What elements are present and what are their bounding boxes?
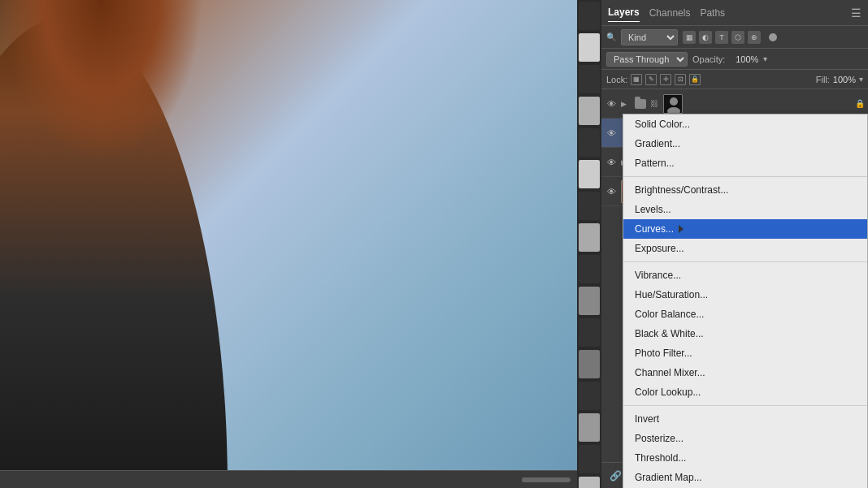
menu-item-photo-filter[interactable]: Photo Filter...	[623, 343, 867, 363]
tab-paths[interactable]: Paths	[700, 4, 725, 22]
film-cell	[579, 192, 600, 220]
panel-menu-icon[interactable]: ☰	[851, 6, 861, 19]
blend-mode-select[interactable]: Pass Through	[606, 52, 688, 67]
menu-item-gradient[interactable]: Gradient...	[623, 134, 867, 153]
hair-area	[0, 0, 203, 162]
layer-thumbnail	[663, 94, 683, 114]
film-cell	[579, 318, 600, 347]
filmstrip	[577, 0, 601, 488]
lock-row: Lock: ▦ ✎ ✛ ⊡ 🔒 Fill: 100% ▾	[601, 70, 868, 89]
canvas-image	[0, 0, 577, 488]
menu-item-vibrance[interactable]: Vibrance...	[623, 266, 867, 285]
lock-transparent-icon[interactable]: ▦	[631, 74, 642, 85]
lock-label: Lock:	[606, 75, 627, 84]
menu-item-solid-color[interactable]: Solid Color...	[623, 114, 867, 134]
lock-artboard-icon[interactable]: ⊡	[675, 74, 686, 85]
filter-toggle-dot[interactable]	[769, 33, 777, 41]
filter-type-icon[interactable]: T	[715, 31, 728, 44]
layer-lock-icon: 🔒	[855, 99, 865, 109]
menu-separator	[623, 261, 867, 262]
fill-dropdown-icon[interactable]: ▾	[859, 75, 863, 84]
menu-item-posterize[interactable]: Posterize...	[623, 429, 867, 448]
lock-paint-icon[interactable]: ✎	[645, 74, 657, 85]
film-cell	[579, 128, 600, 157]
film-cell	[579, 382, 600, 410]
layer-visibility-icon[interactable]: 👁	[605, 156, 618, 169]
layer-visibility-icon[interactable]: 👁	[605, 97, 618, 110]
film-cell	[579, 65, 600, 93]
menu-item-curves[interactable]: Curves...	[623, 219, 867, 239]
right-panel: Layers Channels Paths ☰ 🔍 Kind ▦ ◐ T ⬡ ⊕…	[577, 0, 868, 488]
opacity-value[interactable]: 100%	[730, 54, 758, 64]
panel-header: Layers Channels Paths ☰	[601, 0, 868, 26]
film-cell	[579, 350, 600, 378]
fill-label: Fill:	[816, 75, 830, 84]
menu-item-hue-saturation[interactable]: Hue/Saturation...	[623, 285, 867, 304]
film-cell	[579, 287, 600, 315]
film-cell	[579, 445, 600, 473]
menu-item-pattern[interactable]: Pattern...	[623, 153, 867, 173]
menu-item-color-lookup[interactable]: Color Lookup...	[623, 382, 867, 402]
filter-pixel-icon[interactable]: ▦	[683, 31, 696, 44]
fill-value[interactable]: 100%	[833, 75, 856, 84]
layer-visibility-icon[interactable]: 👁	[605, 185, 618, 198]
filter-icons: ▦ ◐ T ⬡ ⊕	[683, 31, 761, 44]
filter-shape-icon[interactable]: ⬡	[731, 31, 744, 44]
layers-panel: Layers Channels Paths ☰ 🔍 Kind ▦ ◐ T ⬡ ⊕…	[601, 0, 868, 488]
filter-smart-icon[interactable]: ⊕	[748, 31, 761, 44]
opacity-dropdown-icon[interactable]: ▾	[763, 54, 767, 63]
layer-group-folder-icon	[634, 97, 647, 110]
search-icon: 🔍	[606, 32, 616, 41]
canvas-bottom-bar	[0, 470, 577, 488]
film-cell	[579, 477, 600, 488]
film-cell	[579, 33, 600, 62]
kind-select[interactable]: Kind	[621, 29, 678, 45]
layer-expand-icon[interactable]: ▶	[621, 100, 631, 108]
film-cell	[579, 223, 600, 252]
lock-move-icon[interactable]: ✛	[660, 74, 671, 85]
film-cell	[579, 413, 600, 442]
adjustment-layer-dropdown: Solid Color... Gradient... Pattern... Br…	[623, 114, 868, 488]
scroll-indicator	[522, 477, 571, 482]
tab-channels[interactable]: Channels	[649, 4, 691, 22]
menu-item-gradient-map[interactable]: Gradient Map...	[623, 468, 867, 487]
opacity-label: Opacity:	[692, 54, 725, 64]
menu-item-brightness-contrast[interactable]: Brightness/Contrast...	[623, 180, 867, 200]
menu-separator	[623, 405, 867, 406]
svg-point-1	[667, 107, 680, 114]
canvas-area	[0, 0, 577, 488]
film-cell	[579, 97, 600, 125]
menu-item-invert[interactable]: Invert	[623, 409, 867, 429]
blend-mode-row: Pass Through Opacity: 100% ▾	[601, 49, 868, 70]
menu-item-exposure[interactable]: Exposure...	[623, 239, 867, 258]
svg-point-0	[670, 97, 678, 106]
link-layers-icon[interactable]: 🔗	[608, 469, 623, 483]
filter-row: 🔍 Kind ▦ ◐ T ⬡ ⊕	[601, 26, 868, 49]
tab-layers[interactable]: Layers	[608, 3, 640, 22]
lock-all-icon[interactable]: 🔒	[689, 74, 701, 85]
filter-adjustment-icon[interactable]: ◐	[699, 31, 712, 44]
menu-item-channel-mixer[interactable]: Channel Mixer...	[623, 363, 867, 382]
menu-item-black-white[interactable]: Black & White...	[623, 324, 867, 343]
lock-icons: ▦ ✎ ✛ ⊡ 🔒	[631, 74, 701, 85]
menu-item-levels[interactable]: Levels...	[623, 200, 867, 219]
film-cell	[579, 255, 600, 283]
film-cell	[579, 160, 600, 188]
layer-chain-icon: ⛓	[650, 99, 660, 108]
layer-visibility-icon[interactable]: 👁	[605, 127, 618, 140]
menu-item-threshold[interactable]: Threshold...	[623, 448, 867, 468]
menu-item-color-balance[interactable]: Color Balance...	[623, 304, 867, 324]
film-cell	[579, 2, 600, 30]
menu-separator	[623, 176, 867, 177]
